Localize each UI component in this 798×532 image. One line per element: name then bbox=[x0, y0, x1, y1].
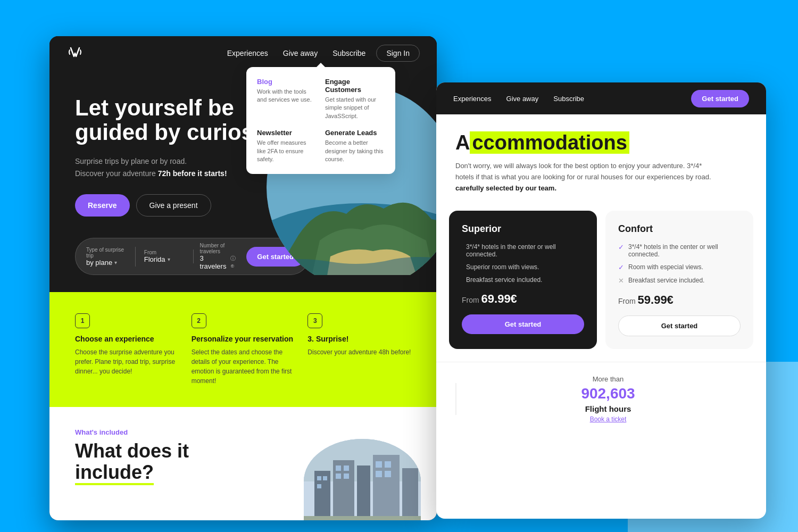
dropdown-item-engage[interactable]: Engage Customers Get started with our si… bbox=[325, 78, 385, 120]
step-2-desc: Select the dates and choose the details … bbox=[192, 347, 295, 386]
nav-subscribe[interactable]: Subscribe bbox=[332, 49, 365, 57]
step-3-number: 3 bbox=[307, 313, 322, 328]
svg-rect-9 bbox=[317, 476, 321, 480]
travelers-icons: ⓘ ⊕ bbox=[230, 255, 240, 270]
window-left: Experiences Give away Subscribe Sign In … bbox=[49, 36, 437, 520]
navbar-left: Experiences Give away Subscribe Sign In bbox=[49, 36, 437, 70]
svg-rect-16 bbox=[376, 461, 382, 468]
confort-feature-2: ✓ Room with especial views. bbox=[618, 263, 741, 271]
nav-give-away[interactable]: Give away bbox=[283, 49, 318, 57]
dropdown-leads-desc: Become a better designer by taking this … bbox=[325, 139, 385, 163]
dropdown-popup: Blog Work with the tools and services we… bbox=[246, 67, 395, 174]
confort-cta-button[interactable]: Get started bbox=[618, 315, 741, 336]
get-started-right-button[interactable]: Get started bbox=[691, 90, 749, 107]
white-section: What's included What does it include? bbox=[49, 407, 437, 520]
travelers-field[interactable]: Number of travelers 3 travelers ⓘ ⊕ bbox=[194, 243, 247, 270]
reserve-button[interactable]: Reserve bbox=[75, 194, 130, 217]
accommodations-header: Accommodations Don't worry, we will alwa… bbox=[436, 114, 766, 206]
accommodations-title: Accommodations bbox=[455, 131, 747, 154]
from-chevron: ▾ bbox=[168, 256, 170, 262]
svg-rect-6 bbox=[357, 466, 370, 520]
accom-desc: Don't worry, we will always look for the… bbox=[455, 161, 721, 194]
step-1-title: Choose an experience bbox=[75, 335, 179, 343]
superior-cta-button[interactable]: Get started bbox=[462, 314, 584, 334]
stats-label: More than bbox=[469, 375, 747, 383]
card-superior: Superior 3*/4* hotels in the center or w… bbox=[449, 211, 597, 349]
steps-grid: 1 Choose an experience Choose the surpri… bbox=[75, 313, 411, 386]
trip-type-label: Type of surprise trip bbox=[86, 247, 127, 259]
nav-right-subscribe[interactable]: Subscribe bbox=[553, 95, 584, 103]
nav-right-experiences[interactable]: Experiences bbox=[453, 95, 492, 103]
accom-title-prefix: A bbox=[455, 131, 470, 154]
dropdown-leads-title: Generate Leads bbox=[325, 129, 385, 137]
green-section: 1 Choose an experience Choose the surpri… bbox=[49, 292, 437, 407]
pricing-row: Superior 3*/4* hotels in the center or w… bbox=[436, 211, 766, 362]
step-3-title: 3. Surprise! bbox=[307, 335, 411, 343]
step-2: 2 Personalize your reservation Select th… bbox=[192, 313, 295, 386]
nav-right-give-away[interactable]: Give away bbox=[506, 95, 539, 103]
step-2-title: Personalize your reservation bbox=[192, 335, 295, 343]
window-right: Experiences Give away Subscribe Get star… bbox=[436, 82, 766, 519]
dropdown-newsletter-desc: We offer measures like 2FA to ensure saf… bbox=[257, 139, 317, 163]
accom-title-highlight: ccommodations bbox=[470, 131, 629, 154]
step-1-desc: Choose the surprise adventure you prefer… bbox=[75, 347, 179, 376]
dropdown-item-leads[interactable]: Generate Leads Become a better designer … bbox=[325, 129, 385, 163]
dropdown-item-blog[interactable]: Blog Work with the tools and services we… bbox=[257, 78, 317, 120]
dropdown-engage-desc: Get started with our simple snippet of J… bbox=[325, 96, 385, 120]
svg-rect-10 bbox=[323, 476, 327, 480]
confort-check-2: ✓ bbox=[618, 263, 624, 271]
step-1: 1 Choose an experience Choose the surpri… bbox=[75, 313, 179, 386]
superior-feature-1: 3*/4* hotels in the center or well conne… bbox=[462, 243, 584, 258]
svg-rect-15 bbox=[344, 473, 349, 479]
svg-rect-19 bbox=[385, 471, 391, 477]
svg-rect-14 bbox=[336, 473, 341, 479]
from-value: Florida ▾ bbox=[144, 255, 185, 263]
superior-price: From 69.99€ bbox=[462, 292, 584, 306]
confort-price: From 59.99€ bbox=[618, 293, 741, 307]
whats-included-label: What's included bbox=[75, 428, 411, 436]
stats-link[interactable]: Book a ticket bbox=[469, 415, 747, 423]
svg-rect-12 bbox=[336, 466, 341, 471]
from-label: From bbox=[144, 250, 185, 255]
logo bbox=[66, 44, 84, 63]
svg-rect-8 bbox=[402, 468, 418, 520]
superior-title: Superior bbox=[462, 223, 584, 235]
dropdown-newsletter-title: Newsletter bbox=[257, 129, 317, 137]
step-2-number: 2 bbox=[192, 313, 206, 328]
svg-rect-11 bbox=[317, 484, 321, 488]
dropdown-blog-title: Blog bbox=[257, 78, 317, 86]
stats-number: 902,603 bbox=[469, 385, 747, 402]
step-3-desc: Discover your adventure 48h before! bbox=[307, 347, 411, 357]
confort-check-1: ✓ bbox=[618, 243, 624, 251]
dropdown-engage-title: Engage Customers bbox=[325, 78, 385, 94]
trip-type-chevron: ▾ bbox=[114, 260, 117, 265]
stats-content: More than 902,603 Flight hours Book a ti… bbox=[469, 375, 747, 423]
stats-section: More than 902,603 Flight hours Book a ti… bbox=[436, 362, 766, 436]
confort-feature-1: ✓ 3*/4* hotels in the center or well con… bbox=[618, 243, 741, 258]
svg-rect-13 bbox=[344, 466, 349, 471]
trip-type-field[interactable]: Type of surprise trip by plane ▾ bbox=[86, 247, 136, 267]
search-bar: Type of surprise trip by plane ▾ From Fl… bbox=[75, 238, 309, 275]
confort-x-3: ✕ bbox=[618, 277, 624, 285]
confort-title: Confort bbox=[618, 223, 741, 235]
travelers-value: 3 travelers ⓘ ⊕ bbox=[200, 254, 240, 270]
dropdown-item-newsletter[interactable]: Newsletter We offer measures like 2FA to… bbox=[257, 129, 317, 163]
step-3: 3 3. Surprise! Discover your adventure 4… bbox=[307, 313, 411, 386]
from-field[interactable]: From Florida ▾ bbox=[136, 250, 194, 263]
svg-rect-20 bbox=[304, 516, 421, 520]
trip-type-value: by plane ▾ bbox=[86, 259, 127, 267]
svg-rect-4 bbox=[314, 471, 330, 520]
nav-experiences[interactable]: Experiences bbox=[227, 49, 268, 57]
city-image bbox=[304, 439, 421, 520]
confort-feature-3: ✕ Breakfast service included. bbox=[618, 277, 741, 285]
step-1-number: 1 bbox=[75, 313, 90, 328]
nav-links: Experiences Give away Subscribe bbox=[227, 49, 366, 57]
svg-rect-18 bbox=[376, 471, 382, 477]
stats-sublabel: Flight hours bbox=[469, 404, 747, 413]
travelers-label: Number of travelers bbox=[200, 243, 240, 254]
give-present-button[interactable]: Give a present bbox=[136, 194, 211, 217]
dropdown-blog-desc: Work with the tools and services we use. bbox=[257, 88, 317, 104]
stats-divider bbox=[455, 383, 456, 415]
signin-button[interactable]: Sign In bbox=[376, 45, 420, 62]
card-confort: Confort ✓ 3*/4* hotels in the center or … bbox=[605, 211, 753, 349]
